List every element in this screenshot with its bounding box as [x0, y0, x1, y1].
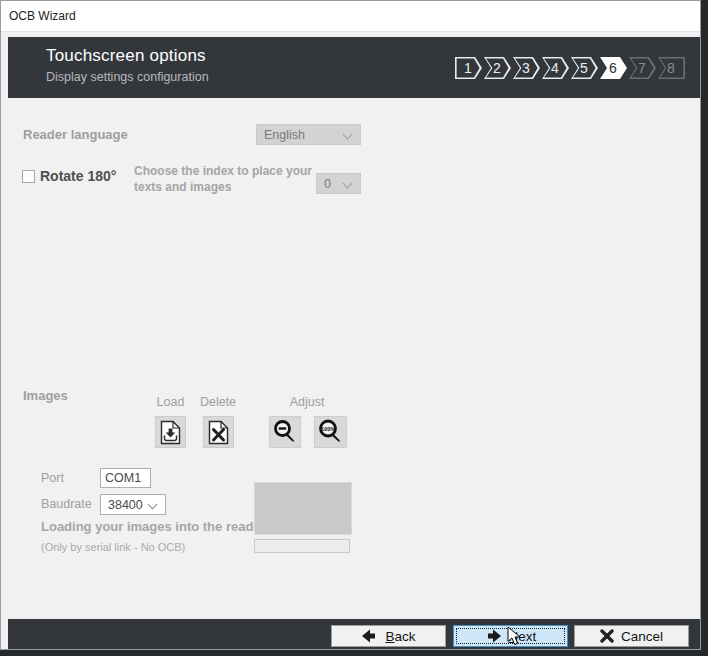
screen: OCB Wizard Touchscreen options Display s…	[0, 0, 708, 656]
title-bar: OCB Wizard	[1, 1, 700, 32]
adjust-label: Adjust	[284, 395, 330, 409]
reader-language-select[interactable]: English	[256, 124, 361, 145]
baudrate-label: Baudrate	[41, 497, 92, 511]
window-title: OCB Wizard	[9, 9, 76, 23]
next-arrow-icon	[485, 629, 502, 643]
back-arrow-icon	[361, 629, 378, 643]
zoom-out-button[interactable]	[269, 416, 301, 448]
port-label: Port	[41, 471, 64, 485]
step-4: 4	[542, 57, 569, 79]
back-button[interactable]: Back	[331, 625, 446, 647]
step-5: 5	[571, 57, 598, 79]
load-image-button[interactable]	[155, 416, 186, 448]
page-title: Touchscreen options	[46, 46, 206, 66]
chevron-down-icon	[148, 500, 158, 510]
step-indicator: 12345678	[453, 57, 685, 79]
cancel-x-icon	[600, 629, 614, 643]
cancel-button[interactable]: Cancel	[574, 625, 689, 647]
svg-text:100%: 100%	[321, 426, 335, 432]
step-7: 7	[629, 57, 656, 79]
index-value: 0	[324, 177, 331, 191]
serial-note: (Only by serial link - No OCB)	[41, 541, 185, 553]
chevron-down-icon	[343, 130, 353, 140]
baudrate-select[interactable]: 38400	[100, 494, 166, 515]
baudrate-value: 38400	[108, 498, 143, 512]
step-2: 2	[484, 57, 511, 79]
reader-language-label: Reader language	[23, 127, 128, 142]
load-label: Load	[155, 395, 186, 409]
magnifier-minus-icon	[272, 419, 298, 445]
step-1: 1	[455, 57, 482, 79]
progress-bar	[254, 539, 350, 553]
step-8: 8	[658, 57, 685, 79]
wizard-window: OCB Wizard Touchscreen options Display s…	[0, 0, 701, 650]
step-3: 3	[513, 57, 540, 79]
back-label: Back	[385, 629, 415, 644]
reader-language-value: English	[264, 128, 305, 142]
index-select[interactable]: 0	[316, 173, 361, 194]
delete-label: Delete	[199, 395, 237, 409]
zoom-100-button[interactable]: 100%	[314, 416, 347, 448]
rotate-180-checkbox[interactable]	[22, 170, 35, 183]
index-hint-text: Choose the index to place your texts and…	[134, 163, 324, 195]
port-input[interactable]	[100, 468, 151, 488]
page-subtitle: Display settings configuration	[46, 70, 209, 84]
image-preview-box	[254, 482, 352, 535]
cancel-label: Cancel	[621, 629, 663, 644]
footer-bar: Back Next Cancel	[8, 619, 700, 649]
wizard-header: Touchscreen options Display settings con…	[8, 37, 700, 98]
chevron-down-icon	[343, 179, 353, 189]
images-section-label: Images	[23, 388, 68, 403]
rotate-180-label: Rotate 180°	[40, 168, 116, 184]
mouse-cursor	[507, 626, 522, 647]
delete-document-icon	[208, 420, 229, 445]
magnifier-100-icon: 100%	[317, 419, 344, 445]
step-6: 6	[600, 57, 627, 79]
delete-image-button[interactable]	[203, 416, 234, 448]
load-document-icon	[160, 420, 181, 445]
loading-images-label: Loading your images into the reader	[41, 519, 266, 534]
